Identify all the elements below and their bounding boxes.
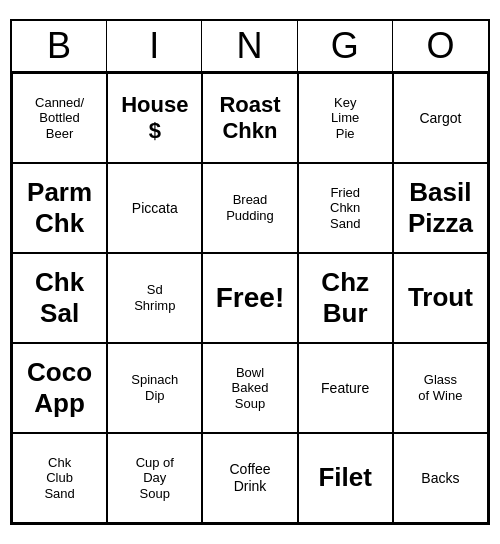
header-letter-n: N bbox=[202, 21, 297, 71]
header-letter-g: G bbox=[298, 21, 393, 71]
bingo-cell-10: Chk Sal bbox=[12, 253, 107, 343]
bingo-cell-5: Parm Chk bbox=[12, 163, 107, 253]
bingo-cell-23: Filet bbox=[298, 433, 393, 523]
bingo-cell-20: Chk Club Sand bbox=[12, 433, 107, 523]
header-letter-i: I bbox=[107, 21, 202, 71]
bingo-cell-8: Fried Chkn Sand bbox=[298, 163, 393, 253]
bingo-cell-24: Backs bbox=[393, 433, 488, 523]
bingo-cell-15: Coco App bbox=[12, 343, 107, 433]
bingo-cell-13: Chz Bur bbox=[298, 253, 393, 343]
bingo-cell-6: Piccata bbox=[107, 163, 202, 253]
bingo-cell-0: Canned/ Bottled Beer bbox=[12, 73, 107, 163]
bingo-cell-11: Sd Shrimp bbox=[107, 253, 202, 343]
bingo-cell-2: Roast Chkn bbox=[202, 73, 297, 163]
header-letter-o: O bbox=[393, 21, 488, 71]
bingo-cell-3: Key Lime Pie bbox=[298, 73, 393, 163]
bingo-header: BINGO bbox=[12, 21, 488, 73]
bingo-card: BINGO Canned/ Bottled BeerHouse $Roast C… bbox=[10, 19, 490, 525]
bingo-cell-17: Bowl Baked Soup bbox=[202, 343, 297, 433]
bingo-cell-7: Bread Pudding bbox=[202, 163, 297, 253]
bingo-cell-14: Trout bbox=[393, 253, 488, 343]
bingo-cell-16: Spinach Dip bbox=[107, 343, 202, 433]
bingo-grid: Canned/ Bottled BeerHouse $Roast ChknKey… bbox=[12, 73, 488, 523]
bingo-cell-4: Cargot bbox=[393, 73, 488, 163]
bingo-cell-9: Basil Pizza bbox=[393, 163, 488, 253]
bingo-cell-12: Free! bbox=[202, 253, 297, 343]
bingo-cell-22: Coffee Drink bbox=[202, 433, 297, 523]
bingo-cell-21: Cup of Day Soup bbox=[107, 433, 202, 523]
bingo-cell-18: Feature bbox=[298, 343, 393, 433]
header-letter-b: B bbox=[12, 21, 107, 71]
bingo-cell-1: House $ bbox=[107, 73, 202, 163]
bingo-cell-19: Glass of Wine bbox=[393, 343, 488, 433]
